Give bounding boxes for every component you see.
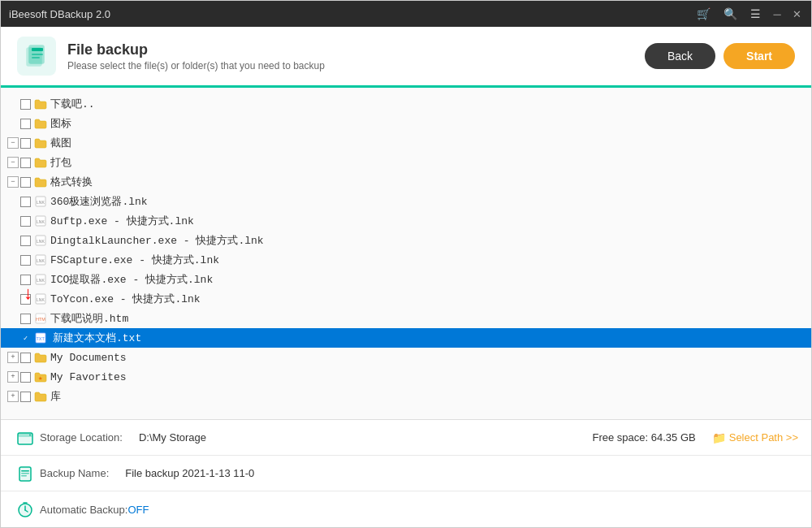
search-icon[interactable]: 🔍 xyxy=(720,6,741,22)
tree-item-14[interactable]: +My Documents xyxy=(1,348,811,367)
expand-btn-14[interactable]: + xyxy=(7,352,19,363)
lnk-icon-9: LNK xyxy=(34,254,47,266)
tree-item-6[interactable]: LNK360极速浏览器.lnk xyxy=(1,192,811,211)
expand-btn-3[interactable]: − xyxy=(7,137,19,149)
checkbox-11[interactable] xyxy=(20,294,31,305)
lnk-icon-10: LNK xyxy=(34,274,47,285)
item-label-11: ToYcon.exe - 快捷方式.lnk xyxy=(50,292,201,306)
file-backup-icon xyxy=(17,37,56,76)
checkbox-14[interactable] xyxy=(20,353,31,363)
tree-item-16[interactable]: +库 xyxy=(1,387,811,406)
checkbox-7[interactable] xyxy=(20,216,31,227)
titlebar: iBeesoft DBackup 2.0 🛒 🔍 ☰ ─ ✕ xyxy=(1,1,811,27)
main-window: iBeesoft DBackup 2.0 🛒 🔍 ☰ ─ ✕ File back… xyxy=(0,0,812,528)
tree-item-15[interactable]: +★My Favorites xyxy=(1,367,811,387)
lnk-icon-8: LNK xyxy=(34,235,47,246)
backup-name-icon xyxy=(14,462,37,485)
expand-btn-15[interactable]: + xyxy=(7,371,19,383)
cart-icon[interactable]: 🛒 xyxy=(693,6,714,22)
menu-icon[interactable]: ☰ xyxy=(747,6,764,22)
tree-item-1[interactable]: 下载吧.. xyxy=(1,94,811,114)
svg-rect-27 xyxy=(21,473,29,474)
checkbox-10[interactable] xyxy=(20,275,31,285)
header: File backup Please select the file(s) or… xyxy=(1,27,811,88)
tree-item-8[interactable]: LNKDingtalkLauncher.exe - 快捷方式.lnk xyxy=(1,231,811,250)
select-path-label: Select Path >> xyxy=(729,431,798,444)
auto-backup-value[interactable]: OFF xyxy=(127,504,149,516)
item-label-3: 截图 xyxy=(50,136,71,150)
backup-name-label: Backup Name: xyxy=(40,467,109,479)
svg-text:LNK: LNK xyxy=(37,239,45,244)
minimize-button[interactable]: ─ xyxy=(771,7,784,20)
checkbox-1[interactable] xyxy=(20,99,31,110)
bottom-panels: Storage Location: D:\My Storage Free spa… xyxy=(1,420,811,527)
item-label-7: 8uftp.exe - 快捷方式.lnk xyxy=(50,214,194,228)
lnk-icon-7: LNK xyxy=(34,215,47,227)
checkbox-15[interactable] xyxy=(20,372,31,383)
file-tree-scroll[interactable]: 下载吧..图标−截图−打包−格式转换LNK360极速浏览器.lnkLNK8uft… xyxy=(1,88,811,419)
close-button[interactable]: ✕ xyxy=(790,7,803,20)
back-button[interactable]: Back xyxy=(645,43,715,69)
htm-icon-12: HTM xyxy=(34,313,47,324)
auto-backup-label: Automatic Backup: xyxy=(40,504,127,516)
storage-location-label: Storage Location: xyxy=(40,431,123,444)
svg-rect-4 xyxy=(32,57,40,58)
item-label-8: DingtalkLauncher.exe - 快捷方式.lnk xyxy=(50,233,264,248)
tree-item-5[interactable]: −格式转换 xyxy=(1,172,811,192)
select-path-icon: 📁 xyxy=(712,431,726,444)
header-left: File backup Please select the file(s) or… xyxy=(17,37,325,76)
svg-text:TXT: TXT xyxy=(37,336,45,341)
tree-item-7[interactable]: LNK8uftp.exe - 快捷方式.lnk xyxy=(1,211,811,231)
item-label-16: 库 xyxy=(50,389,61,404)
tree-item-2[interactable]: 图标 xyxy=(1,114,811,133)
folder-icon-2 xyxy=(34,118,47,129)
checkbox-5[interactable] xyxy=(20,177,31,188)
tree-item-11[interactable]: LNKToYcon.exe - 快捷方式.lnk xyxy=(1,289,811,309)
expand-btn-5[interactable]: − xyxy=(7,176,19,188)
tree-item-13[interactable]: ✓TXT新建文本文档.txt xyxy=(1,328,811,348)
titlebar-controls: 🛒 🔍 ☰ ─ ✕ xyxy=(693,6,803,22)
app-title: iBeesoft DBackup 2.0 xyxy=(9,8,110,20)
backup-name-value: File backup 2021-1-13 11-0 xyxy=(125,467,254,479)
start-button[interactable]: Start xyxy=(723,43,795,69)
storage-location-value: D:\My Storage xyxy=(139,431,206,444)
expand-btn-4[interactable]: − xyxy=(7,157,19,168)
folder-icon-14 xyxy=(34,352,47,363)
tree-item-3[interactable]: −截图 xyxy=(1,133,811,153)
checkbox-2[interactable] xyxy=(20,119,31,129)
svg-rect-3 xyxy=(32,54,43,55)
free-space-label: Free space: 64.35 GB xyxy=(593,431,696,444)
checkbox-16[interactable] xyxy=(20,392,31,402)
tree-item-10[interactable]: LNKICO提取器.exe - 快捷方式.lnk xyxy=(1,270,811,289)
expand-btn-16[interactable]: + xyxy=(7,391,19,402)
tree-item-12[interactable]: HTM下载吧说明.htm xyxy=(1,309,811,328)
checkbox-4[interactable] xyxy=(20,158,31,168)
svg-text:LNK: LNK xyxy=(37,278,45,283)
checkbox-6[interactable] xyxy=(20,197,31,207)
page-subtitle: Please select the file(s) or folder(s) t… xyxy=(67,60,325,71)
svg-rect-26 xyxy=(21,470,29,472)
svg-text:LNK: LNK xyxy=(37,297,45,302)
checkbox-9[interactable] xyxy=(20,255,31,266)
txt-icon-13: TXT xyxy=(34,332,47,344)
lnk-icon-11: LNK xyxy=(34,293,47,305)
item-label-6: 360极速浏览器.lnk xyxy=(50,194,148,209)
checkbox-8[interactable] xyxy=(20,236,31,246)
file-tree-area: 下载吧..图标−截图−打包−格式转换LNK360极速浏览器.lnkLNK8uft… xyxy=(1,88,811,420)
tree-item-4[interactable]: −打包 xyxy=(1,153,811,172)
tree-item-9[interactable]: LNKFSCapture.exe - 快捷方式.lnk xyxy=(1,250,811,270)
checkbox-3[interactable] xyxy=(20,138,31,149)
auto-backup-row: Automatic Backup: OFF xyxy=(1,491,811,527)
item-label-15: My Favorites xyxy=(50,371,127,383)
checkbox-12[interactable] xyxy=(20,314,31,324)
clock-icon xyxy=(14,498,37,521)
select-path-button[interactable]: 📁 Select Path >> xyxy=(712,431,798,444)
svg-text:LNK: LNK xyxy=(37,200,45,205)
item-label-14: My Documents xyxy=(50,352,127,364)
item-label-12: 下载吧说明.htm xyxy=(50,311,128,326)
header-text: File backup Please select the file(s) or… xyxy=(67,41,325,71)
svg-text:LNK: LNK xyxy=(37,258,45,263)
checkbox-13[interactable]: ✓ xyxy=(20,333,31,344)
svg-point-24 xyxy=(29,434,31,435)
storage-icon xyxy=(14,426,37,449)
